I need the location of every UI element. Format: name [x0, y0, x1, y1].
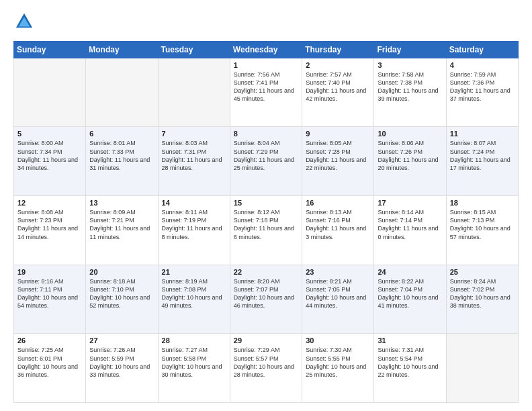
day-number: 28: [162, 336, 226, 345]
calendar-cell: 9Sunrise: 8:05 AMSunset: 7:28 PMDaylight…: [302, 127, 374, 196]
day-info: Sunrise: 8:14 AMSunset: 7:14 PMDaylight:…: [378, 208, 442, 241]
calendar-cell: 14Sunrise: 8:11 AMSunset: 7:19 PMDayligh…: [158, 196, 230, 265]
day-info: Sunrise: 7:29 AMSunset: 5:57 PMDaylight:…: [234, 346, 298, 379]
page: SundayMondayTuesdayWednesdayThursdayFrid…: [0, 0, 532, 411]
day-info: Sunrise: 8:12 AMSunset: 7:18 PMDaylight:…: [234, 208, 298, 241]
day-number: 25: [450, 268, 515, 276]
calendar-cell: 3Sunrise: 7:58 AMSunset: 7:38 PMDaylight…: [374, 58, 446, 127]
calendar-cell: 16Sunrise: 8:13 AMSunset: 7:16 PMDayligh…: [302, 196, 374, 265]
day-number: 16: [306, 199, 370, 207]
day-info: Sunrise: 8:19 AMSunset: 7:08 PMDaylight:…: [162, 277, 226, 310]
day-number: 13: [89, 199, 154, 207]
calendar-cell: 17Sunrise: 8:14 AMSunset: 7:14 PMDayligh…: [374, 196, 446, 265]
weekday-header-monday: Monday: [86, 41, 158, 58]
day-number: 6: [89, 130, 154, 138]
day-info: Sunrise: 8:00 AMSunset: 7:34 PMDaylight:…: [17, 139, 82, 172]
day-info: Sunrise: 8:08 AMSunset: 7:23 PMDaylight:…: [17, 208, 82, 241]
day-info: Sunrise: 8:18 AMSunset: 7:10 PMDaylight:…: [89, 277, 154, 310]
day-number: 27: [89, 336, 154, 345]
day-number: 29: [234, 336, 298, 345]
calendar-cell: 24Sunrise: 8:22 AMSunset: 7:04 PMDayligh…: [374, 265, 446, 334]
day-number: 22: [234, 268, 298, 276]
day-number: 19: [17, 268, 82, 276]
weekday-header-friday: Friday: [374, 41, 446, 58]
calendar-cell: 8Sunrise: 8:04 AMSunset: 7:29 PMDaylight…: [230, 127, 302, 196]
calendar-cell: [158, 58, 230, 127]
day-number: 20: [89, 268, 154, 276]
day-info: Sunrise: 8:09 AMSunset: 7:21 PMDaylight:…: [89, 208, 154, 241]
day-info: Sunrise: 8:16 AMSunset: 7:11 PMDaylight:…: [17, 277, 82, 310]
day-info: Sunrise: 7:56 AMSunset: 7:41 PMDaylight:…: [234, 71, 298, 103]
weekday-header-tuesday: Tuesday: [158, 41, 230, 58]
day-number: 24: [378, 268, 442, 276]
calendar-cell: 26Sunrise: 7:25 AMSunset: 6:01 PMDayligh…: [14, 334, 86, 403]
calendar-cell: 18Sunrise: 8:15 AMSunset: 7:13 PMDayligh…: [446, 196, 518, 265]
day-info: Sunrise: 8:01 AMSunset: 7:33 PMDaylight:…: [89, 139, 154, 172]
calendar-cell: 2Sunrise: 7:57 AMSunset: 7:40 PMDaylight…: [302, 58, 374, 127]
calendar-cell: 30Sunrise: 7:30 AMSunset: 5:55 PMDayligh…: [302, 334, 374, 403]
day-info: Sunrise: 8:15 AMSunset: 7:13 PMDaylight:…: [450, 208, 515, 241]
header: [13, 12, 519, 34]
week-row-2: 5Sunrise: 8:00 AMSunset: 7:34 PMDaylight…: [14, 127, 519, 196]
day-number: 26: [17, 336, 82, 345]
logo-icon: [15, 12, 34, 31]
day-info: Sunrise: 7:30 AMSunset: 5:55 PMDaylight:…: [306, 346, 370, 379]
week-row-4: 19Sunrise: 8:16 AMSunset: 7:11 PMDayligh…: [14, 265, 519, 334]
calendar-cell: 29Sunrise: 7:29 AMSunset: 5:57 PMDayligh…: [230, 334, 302, 403]
day-info: Sunrise: 8:05 AMSunset: 7:28 PMDaylight:…: [306, 139, 370, 172]
calendar-cell: 10Sunrise: 8:06 AMSunset: 7:26 PMDayligh…: [374, 127, 446, 196]
day-number: 4: [450, 61, 515, 69]
day-number: 11: [450, 130, 515, 138]
calendar-cell: 28Sunrise: 7:27 AMSunset: 5:58 PMDayligh…: [158, 334, 230, 403]
day-number: 15: [234, 199, 298, 207]
day-info: Sunrise: 8:04 AMSunset: 7:29 PMDaylight:…: [234, 139, 298, 172]
day-info: Sunrise: 8:06 AMSunset: 7:26 PMDaylight:…: [378, 139, 442, 172]
calendar-cell: [86, 58, 158, 127]
day-number: 5: [17, 130, 82, 138]
weekday-header-thursday: Thursday: [302, 41, 374, 58]
day-number: 30: [306, 336, 370, 345]
calendar-cell: 7Sunrise: 8:03 AMSunset: 7:31 PMDaylight…: [158, 127, 230, 196]
day-info: Sunrise: 7:57 AMSunset: 7:40 PMDaylight:…: [306, 71, 370, 103]
day-info: Sunrise: 8:07 AMSunset: 7:24 PMDaylight:…: [450, 139, 515, 172]
day-info: Sunrise: 8:21 AMSunset: 7:05 PMDaylight:…: [306, 277, 370, 310]
calendar-cell: 13Sunrise: 8:09 AMSunset: 7:21 PMDayligh…: [86, 196, 158, 265]
calendar-cell: 19Sunrise: 8:16 AMSunset: 7:11 PMDayligh…: [14, 265, 86, 334]
calendar-table: SundayMondayTuesdayWednesdayThursdayFrid…: [13, 41, 519, 403]
day-number: 9: [306, 130, 370, 138]
calendar-cell: [446, 334, 518, 403]
week-row-5: 26Sunrise: 7:25 AMSunset: 6:01 PMDayligh…: [14, 334, 519, 403]
day-info: Sunrise: 7:26 AMSunset: 5:59 PMDaylight:…: [89, 346, 154, 379]
day-number: 3: [378, 61, 442, 69]
weekday-header-saturday: Saturday: [446, 41, 518, 58]
day-number: 17: [378, 199, 442, 207]
calendar-cell: 1Sunrise: 7:56 AMSunset: 7:41 PMDaylight…: [230, 58, 302, 127]
day-info: Sunrise: 8:20 AMSunset: 7:07 PMDaylight:…: [234, 277, 298, 310]
calendar-cell: 23Sunrise: 8:21 AMSunset: 7:05 PMDayligh…: [302, 265, 374, 334]
calendar-cell: 5Sunrise: 8:00 AMSunset: 7:34 PMDaylight…: [14, 127, 86, 196]
logo: [13, 12, 34, 34]
day-number: 2: [306, 61, 370, 69]
day-number: 31: [378, 336, 442, 345]
day-info: Sunrise: 7:31 AMSunset: 5:54 PMDaylight:…: [378, 346, 442, 379]
day-info: Sunrise: 8:13 AMSunset: 7:16 PMDaylight:…: [306, 208, 370, 241]
day-number: 23: [306, 268, 370, 276]
calendar-cell: 4Sunrise: 7:59 AMSunset: 7:36 PMDaylight…: [446, 58, 518, 127]
calendar-cell: 6Sunrise: 8:01 AMSunset: 7:33 PMDaylight…: [86, 127, 158, 196]
calendar-cell: 15Sunrise: 8:12 AMSunset: 7:18 PMDayligh…: [230, 196, 302, 265]
day-number: 14: [162, 199, 226, 207]
day-info: Sunrise: 7:59 AMSunset: 7:36 PMDaylight:…: [450, 71, 515, 103]
day-info: Sunrise: 8:11 AMSunset: 7:19 PMDaylight:…: [162, 208, 226, 241]
day-info: Sunrise: 7:58 AMSunset: 7:38 PMDaylight:…: [378, 71, 442, 103]
day-number: 12: [17, 199, 82, 207]
calendar-cell: [14, 58, 86, 127]
day-info: Sunrise: 8:24 AMSunset: 7:02 PMDaylight:…: [450, 277, 515, 310]
day-info: Sunrise: 8:22 AMSunset: 7:04 PMDaylight:…: [378, 277, 442, 310]
calendar-cell: 12Sunrise: 8:08 AMSunset: 7:23 PMDayligh…: [14, 196, 86, 265]
day-number: 10: [378, 130, 442, 138]
calendar-cell: 31Sunrise: 7:31 AMSunset: 5:54 PMDayligh…: [374, 334, 446, 403]
day-info: Sunrise: 8:03 AMSunset: 7:31 PMDaylight:…: [162, 139, 226, 172]
calendar-cell: 25Sunrise: 8:24 AMSunset: 7:02 PMDayligh…: [446, 265, 518, 334]
week-row-1: 1Sunrise: 7:56 AMSunset: 7:41 PMDaylight…: [14, 58, 519, 127]
weekday-header-wednesday: Wednesday: [230, 41, 302, 58]
